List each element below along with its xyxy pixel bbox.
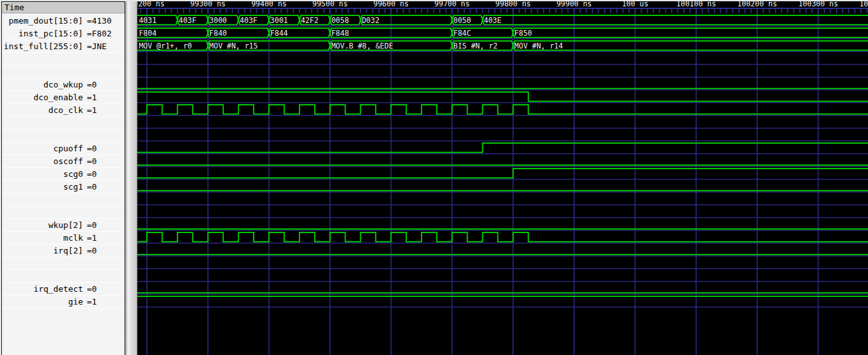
row-separator <box>2 295 125 296</box>
signal-name: pmem_dout[15:0] <box>2 15 83 27</box>
signal-name: dco_enable <box>2 91 83 104</box>
row-separator <box>2 27 125 27</box>
signal-name <box>2 270 83 283</box>
signal-row-blank[interactable] <box>2 270 125 283</box>
vertical-scrollbar[interactable] <box>125 1 137 355</box>
signal-name <box>2 117 83 130</box>
signal-value: =F802 <box>87 27 112 40</box>
signal-row-irq_detect[interactable]: irq_detect=0 <box>2 283 125 296</box>
signal-row-blank[interactable] <box>2 53 125 66</box>
row-separator <box>2 244 125 245</box>
row-separator <box>2 91 125 91</box>
signal-value: =1 <box>87 296 97 308</box>
row-separator <box>2 206 125 206</box>
signal-row-blank[interactable] <box>2 206 125 219</box>
bus-value-text: MOV #N, r14 <box>514 42 563 50</box>
row-separator <box>2 78 125 79</box>
bus-value-text: 42F2 <box>301 16 319 25</box>
row-separator <box>2 142 125 142</box>
signal-value: =0 <box>87 219 97 232</box>
row-separator <box>2 116 125 117</box>
bus-value-text: 403E <box>484 16 502 25</box>
signal-row-oscoff[interactable]: oscoff=0 <box>2 155 125 168</box>
window-left-edge <box>0 0 1 355</box>
bus-value-text: 3001 <box>270 16 288 25</box>
signal-row-irq2[interactable]: irq[2]=0 <box>2 245 125 257</box>
row-separator <box>2 231 125 232</box>
timeline-label: 99400 ns <box>251 0 286 8</box>
signal-row-inst_pc150[interactable]: inst_pc[15:0]=F802 <box>2 27 125 40</box>
signal-name: cpuoff <box>2 142 83 155</box>
signal-row-inst_full2550[interactable]: inst_full[255:0]=JNE <box>2 40 125 53</box>
signal-row-dco_enable[interactable]: dco_enable=1 <box>2 91 125 104</box>
bus-segment-inst_full2550 <box>513 41 868 50</box>
signal-value: =0 <box>87 168 97 181</box>
bus-value-text: 0058 <box>331 16 349 25</box>
row-separator <box>2 52 125 53</box>
signal-value: =0 <box>87 283 97 296</box>
signal-name-panel: Time pmem_dout[15:0]=4130inst_pc[15:0]=F… <box>1 1 125 355</box>
timeline-label: 100200 ns <box>737 0 777 8</box>
signal-name <box>2 206 83 219</box>
signal-value: =JNE <box>87 40 107 53</box>
row-separator <box>2 282 125 283</box>
bus-value-text: BIS #N, r2 <box>453 42 498 50</box>
signal-value: =1 <box>87 91 97 104</box>
timeline-label: 100100 ns <box>676 0 716 8</box>
signal-value: =0 <box>87 245 97 257</box>
signal-row-blank[interactable] <box>2 117 125 130</box>
signal-row-mclk[interactable]: mclk=1 <box>2 232 125 245</box>
bus-value-text: MOV #N, r15 <box>209 42 258 50</box>
timeline-label: 99500 ns <box>312 0 347 8</box>
signal-value: =0 <box>87 79 97 91</box>
window-top-edge <box>0 0 868 1</box>
bus-value-text: F84C <box>453 29 471 38</box>
bus-segment-pmem_dout150 <box>483 15 868 24</box>
row-separator <box>2 129 125 130</box>
time-column-header[interactable]: Time <box>2 2 125 13</box>
timeline-label: 100400 ns <box>859 0 868 8</box>
signal-row-blank[interactable] <box>2 130 125 142</box>
bus-value-text: 0050 <box>453 16 471 25</box>
row-separator <box>2 65 125 66</box>
signal-value: =4130 <box>87 15 112 27</box>
signal-row-scg1[interactable]: scg1=0 <box>2 181 125 193</box>
signal-row-pmem_dout150[interactable]: pmem_dout[15:0]=4130 <box>2 15 125 27</box>
signal-value: =0 <box>87 155 97 168</box>
bus-value-text: F804 <box>139 29 156 38</box>
signal-row-blank[interactable] <box>2 257 125 270</box>
signal-name: scg1 <box>2 181 83 193</box>
signal-value: =0 <box>87 181 97 193</box>
row-separator <box>2 193 125 193</box>
signal-value: =0 <box>87 142 97 155</box>
signal-name: dco_clk <box>2 104 83 117</box>
timeline-label: 99600 ns <box>374 0 409 8</box>
row-separator <box>2 40 125 40</box>
signal-row-wkup2[interactable]: wkup[2]=0 <box>2 219 125 232</box>
signal-row-scg0[interactable]: scg0=0 <box>2 168 125 181</box>
bus-value-text: 3000 <box>209 16 227 25</box>
bus-value-text: 4031 <box>139 16 156 25</box>
signal-name: inst_pc[15:0] <box>2 27 83 40</box>
signal-row-blank[interactable] <box>2 66 125 79</box>
timeline-label: 99700 ns <box>434 0 469 8</box>
bus-value-text: D032 <box>362 16 379 25</box>
signal-row-blank[interactable] <box>2 193 125 206</box>
signal-value: =1 <box>87 232 97 245</box>
bus-value-text: 403F <box>240 16 257 25</box>
signal-row-dco_clk[interactable]: dco_clk=1 <box>2 104 125 117</box>
signal-name <box>2 130 83 142</box>
signal-name <box>2 66 83 79</box>
signal-row-gie[interactable]: gie=1 <box>2 296 125 308</box>
signal-name: wkup[2] <box>2 219 83 232</box>
signal-value: =1 <box>87 104 97 117</box>
timeline-label: 99900 ns <box>556 0 591 8</box>
signal-name: gie <box>2 296 83 308</box>
bus-value-text: MOV @r1+, r0 <box>139 42 192 50</box>
signal-name: irq[2] <box>2 245 83 257</box>
signal-row-cpuoff[interactable]: cpuoff=0 <box>2 142 125 155</box>
wave-mclk <box>137 232 868 241</box>
signal-row-dco_wkup[interactable]: dco_wkup=0 <box>2 79 125 91</box>
row-separator <box>2 103 125 104</box>
waveform-canvas[interactable]: 99200 ns99300 ns99400 ns99500 ns99600 ns… <box>137 0 868 355</box>
